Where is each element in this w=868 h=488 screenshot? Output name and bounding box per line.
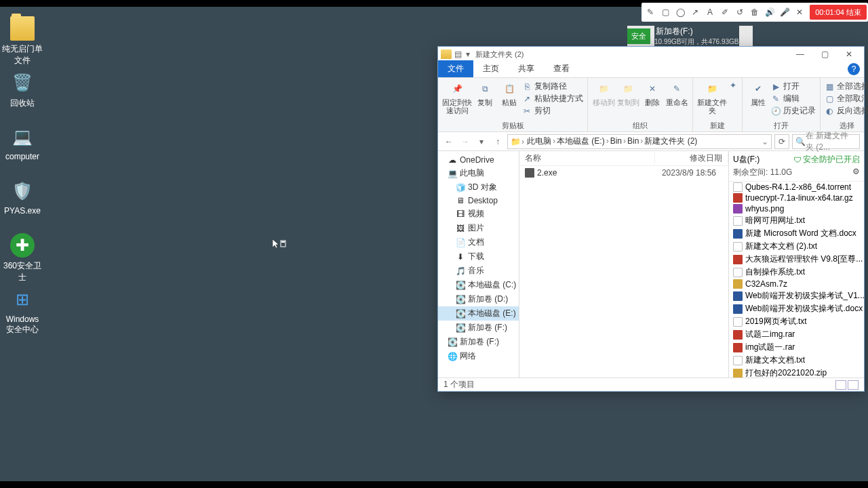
nav-item[interactable]: 💽新加卷 (F:) bbox=[438, 335, 519, 349]
paste-shortcut-button[interactable]: ↗粘贴快捷方式 bbox=[522, 93, 583, 104]
breadcrumb-segment[interactable]: 此电脑 bbox=[526, 136, 553, 146]
nav-item[interactable]: 🧊3D 对象 bbox=[438, 180, 519, 195]
nav-item[interactable]: 💽本地磁盘 (E:) bbox=[438, 306, 519, 321]
forward-button[interactable]: → bbox=[458, 135, 472, 148]
new-item-button[interactable]: ✦ bbox=[728, 81, 738, 90]
nav-item[interactable]: 🎞视频 bbox=[438, 207, 519, 221]
desktop-icon-folder[interactable]: 纯无启门单文件 bbox=[1, 16, 43, 66]
back-button[interactable]: ← bbox=[442, 135, 456, 148]
qat-newfolder-icon[interactable]: ▾ bbox=[466, 49, 470, 59]
breadcrumb-segment[interactable]: 本地磁盘 (E:) bbox=[555, 136, 606, 146]
breadcrumb-segment[interactable]: Bin bbox=[626, 136, 640, 146]
delete-button[interactable]: ✕删除 bbox=[641, 79, 664, 106]
side-file-item[interactable]: Web前端开发初级实操考试_V1.... bbox=[729, 289, 864, 302]
desktop-icon-sec[interactable]: ✚360安全卫士 bbox=[1, 233, 43, 283]
moveto-button[interactable]: 📁移动到 bbox=[592, 79, 615, 106]
nav-item[interactable]: 💽新加卷 (D:) bbox=[438, 292, 519, 306]
speaker-icon[interactable]: 🔊 bbox=[762, 5, 777, 20]
select-all-button[interactable]: ▦全部选择 bbox=[825, 81, 868, 92]
tab-file[interactable]: 文件 bbox=[438, 60, 473, 77]
recent-button[interactable]: ▾ bbox=[475, 135, 488, 148]
nav-item[interactable]: ⬇下载 bbox=[438, 249, 519, 264]
drive-popup[interactable]: 安全 新加卷(F:) 10.99GB可用，共476.93GB bbox=[627, 26, 753, 46]
text-icon[interactable]: A bbox=[703, 5, 717, 20]
nav-item[interactable]: 💻此电脑 bbox=[438, 166, 519, 180]
minimize-button[interactable]: ― bbox=[788, 47, 812, 61]
nav-item[interactable]: 💽本地磁盘 (C:) bbox=[438, 278, 519, 292]
search-input[interactable]: 🔍在 新建文件夹 (2... bbox=[792, 134, 860, 149]
breadcrumb-segment[interactable]: Bin bbox=[609, 136, 623, 146]
chevron-down-icon[interactable]: ⌄ bbox=[762, 137, 768, 146]
navigation-pane[interactable]: ☁OneDrive💻此电脑🧊3D 对象🖥Desktop🎞视频🖼图片📄文档⬇下载🎵… bbox=[438, 151, 519, 378]
rename-button[interactable]: ✎重命名 bbox=[665, 79, 688, 106]
arrow-icon[interactable]: ↗ bbox=[688, 5, 703, 20]
undo-icon[interactable]: ↺ bbox=[732, 5, 747, 20]
side-file-item[interactable]: Web前端开发初级实操考试.docx bbox=[729, 302, 864, 315]
desktop-icon-shield[interactable]: 🛡️PYAS.exe bbox=[1, 179, 43, 216]
refresh-button[interactable]: ⟳ bbox=[774, 134, 789, 149]
pin-quickaccess-button[interactable]: 📌固定到快速访问 bbox=[442, 79, 472, 115]
desktop-icon-bin[interactable]: 🗑️回收站 bbox=[1, 70, 43, 109]
file-list-pane[interactable]: 名称 修改日期 2.exe2023/8/9 18:56 bbox=[519, 151, 728, 378]
copyto-button[interactable]: 📁复制到 bbox=[616, 79, 639, 106]
side-file-item[interactable]: img试题一.rar bbox=[729, 341, 864, 354]
desktop-icon-win[interactable]: ⊞Windows 安全中心 bbox=[1, 287, 43, 336]
nav-item[interactable]: 📄文档 bbox=[438, 235, 519, 249]
file-row[interactable]: 2.exe2023/8/9 18:56 bbox=[519, 166, 728, 180]
pencil-icon[interactable]: ✎ bbox=[643, 5, 658, 20]
qat-props-icon[interactable]: ▤ bbox=[454, 49, 462, 59]
breadcrumb[interactable]: 📁› 此电脑›本地磁盘 (E:)›Bin›Bin›新建文件夹 (2) ⌄ bbox=[507, 134, 772, 149]
copy-path-button[interactable]: ⎘复制路径 bbox=[522, 81, 583, 92]
circle-icon[interactable]: ◯ bbox=[673, 5, 688, 20]
side-file-item[interactable]: 打包好的20221020.zip bbox=[729, 367, 864, 378]
properties-button[interactable]: ✔属性 bbox=[747, 79, 770, 106]
side-file-item[interactable]: 新建文本文档 (2).txt bbox=[729, 240, 864, 253]
select-none-button[interactable]: ▢全部取消 bbox=[825, 93, 868, 104]
side-file-item[interactable]: 试题二img.rar bbox=[729, 328, 864, 341]
column-name[interactable]: 名称 bbox=[519, 152, 655, 164]
nav-item[interactable]: 💽新加卷 (F:) bbox=[438, 321, 519, 335]
nav-item[interactable]: 🌐网络 bbox=[438, 349, 519, 363]
side-file-item[interactable]: 2019网页考试.txt bbox=[729, 315, 864, 328]
tab-share[interactable]: 共享 bbox=[509, 60, 544, 77]
column-date[interactable]: 修改日期 bbox=[655, 152, 728, 164]
titlebar[interactable]: ▤ ▾ 新建文件夹 (2) ― ▢ ✕ bbox=[438, 47, 864, 62]
new-folder-button[interactable]: 📁新建文件夹 bbox=[697, 79, 727, 115]
view-icons-button[interactable] bbox=[848, 380, 859, 390]
open-button[interactable]: ▶打开 bbox=[771, 81, 816, 92]
protection-badge[interactable]: 🛡安全防护已开启 bbox=[793, 154, 860, 165]
help-button[interactable]: ? bbox=[848, 63, 860, 75]
side-file-item[interactable]: 新建 Microsoft Word 文档.docx bbox=[729, 227, 864, 240]
side-file-item[interactable]: 自制操作系统.txt bbox=[729, 266, 864, 279]
trash-icon[interactable]: 🗑 bbox=[747, 5, 762, 20]
side-file-item[interactable]: 暗网可用网址.txt bbox=[729, 214, 864, 227]
side-file-item[interactable]: truecrypt-7.1a-linux-x64.tar.gz bbox=[729, 192, 864, 203]
tab-view[interactable]: 查看 bbox=[544, 60, 579, 77]
square-icon[interactable]: ▢ bbox=[658, 5, 673, 20]
view-details-button[interactable] bbox=[835, 380, 846, 390]
gear-icon[interactable]: ⚙ bbox=[852, 167, 860, 178]
breadcrumb-segment[interactable]: 新建文件夹 (2) bbox=[643, 136, 698, 146]
paste-button[interactable]: 📋粘贴 bbox=[498, 79, 521, 106]
side-file-item[interactable]: whyus.png bbox=[729, 203, 864, 214]
close-icon[interactable]: ✕ bbox=[792, 5, 807, 20]
cut-button[interactable]: ✂剪切 bbox=[522, 105, 583, 117]
nav-item[interactable]: 🖥Desktop bbox=[438, 195, 519, 207]
side-file-item[interactable]: 大灰狼远程管理软件 V9.8[至尊... bbox=[729, 253, 864, 266]
invert-selection-button[interactable]: ◐反向选择 bbox=[825, 105, 868, 117]
highlighter-icon[interactable]: ✐ bbox=[717, 5, 732, 20]
nav-item[interactable]: 🎵音乐 bbox=[438, 264, 519, 278]
edit-button[interactable]: ✎编辑 bbox=[771, 93, 816, 104]
tab-home[interactable]: 主页 bbox=[473, 60, 509, 77]
recorder-timer[interactable]: 00:01:04 结束 bbox=[810, 5, 867, 20]
history-button[interactable]: 🕘历史记录 bbox=[771, 105, 816, 117]
side-file-item[interactable]: Qubes-R4.1.2-x86_64.torrent bbox=[729, 182, 864, 192]
side-file-item[interactable]: 新建文本文档.txt bbox=[729, 354, 864, 367]
side-file-item[interactable]: C32Asm.7z bbox=[729, 279, 864, 289]
mic-icon[interactable]: 🎤 bbox=[777, 5, 792, 20]
copy-button[interactable]: ⧉复制 bbox=[473, 79, 496, 106]
desktop-icon-pc[interactable]: 💻computer bbox=[1, 125, 43, 161]
close-button[interactable]: ✕ bbox=[837, 47, 861, 61]
nav-item[interactable]: ☁OneDrive bbox=[438, 154, 519, 166]
nav-item[interactable]: 🖼图片 bbox=[438, 221, 519, 235]
